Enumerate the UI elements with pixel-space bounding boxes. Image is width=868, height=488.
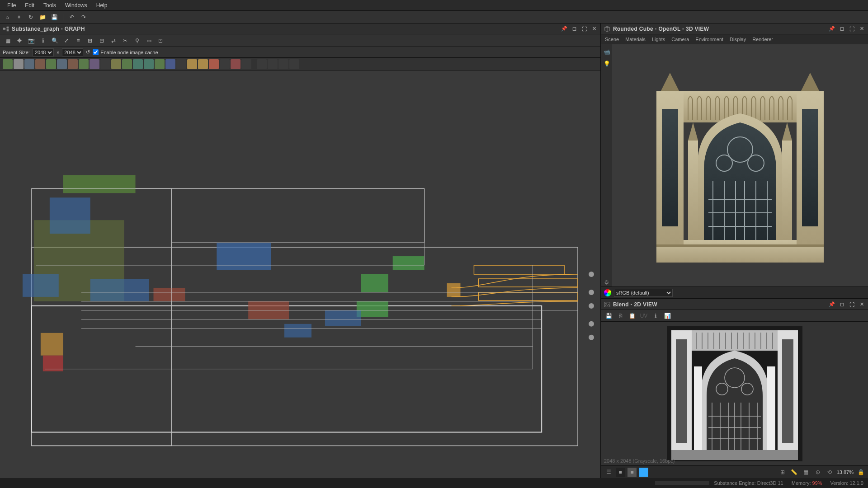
save-button[interactable]: 💾	[50, 13, 59, 22]
node-value[interactable]	[220, 59, 230, 69]
snap-tool[interactable]: ⊡	[156, 36, 165, 46]
copy-button[interactable]: 📋	[627, 311, 637, 320]
frame-tool[interactable]: ▭	[144, 36, 154, 46]
node-output[interactable]	[231, 59, 241, 69]
close-panel-button[interactable]: ✕	[858, 301, 865, 308]
tab-scene[interactable]: Scene	[605, 37, 619, 42]
cache-checkbox[interactable]	[93, 49, 99, 55]
fit-tool[interactable]: ⤢	[61, 36, 71, 46]
node-shape[interactable]	[165, 59, 175, 69]
view2d-body[interactable]: 2048 x 2048 (Grayscale, 16bpc)	[601, 322, 868, 465]
node-bitmap[interactable]	[198, 59, 208, 69]
node-pin[interactable]	[278, 59, 288, 69]
tab-display[interactable]: Display	[730, 37, 746, 42]
node-input[interactable]	[241, 59, 251, 69]
node-frame[interactable]	[268, 59, 278, 69]
cache-checkbox-label[interactable]: Enable node image cache	[93, 49, 158, 55]
undo-button[interactable]: ↶	[67, 13, 76, 22]
tab-renderer[interactable]: Renderer	[752, 37, 773, 42]
node-gradient[interactable]	[24, 59, 34, 69]
home-button[interactable]: ⌂	[3, 13, 12, 22]
node-channels[interactable]	[133, 59, 143, 69]
axis-icon-button[interactable]: ⯐	[603, 278, 611, 286]
menu-tools[interactable]: Tools	[39, 1, 61, 10]
tab-materials[interactable]: Materials	[625, 37, 646, 42]
refresh-button[interactable]: ↻	[26, 13, 35, 22]
node-tile[interactable]	[155, 59, 165, 69]
node-svg[interactable]	[187, 59, 197, 69]
tab-environment[interactable]: Environment	[695, 37, 723, 42]
dock-button[interactable]: ◻	[838, 301, 845, 308]
lock-button[interactable]: 🔒	[856, 468, 865, 477]
select-tool[interactable]: ▦	[3, 36, 13, 46]
dock-button[interactable]: ◻	[571, 25, 578, 33]
node-normal[interactable]	[122, 59, 132, 69]
node-hsl[interactable]	[111, 59, 121, 69]
histogram-button[interactable]: 📊	[663, 311, 672, 320]
close-panel-button[interactable]: ✕	[858, 25, 865, 33]
info-tool[interactable]: ℹ	[38, 36, 48, 46]
node-uniform-color[interactable]	[3, 59, 13, 69]
layers-button[interactable]: ☰	[604, 468, 613, 477]
parent-size-height-select[interactable]: 2048	[62, 48, 83, 56]
pin-button[interactable]: 📌	[828, 301, 835, 308]
node-warp[interactable]	[68, 59, 78, 69]
node-portal[interactable]	[289, 59, 299, 69]
maximize-button[interactable]: ⛶	[580, 25, 588, 33]
tile-button[interactable]: ▦	[802, 468, 811, 477]
export-button[interactable]: ⎘	[616, 311, 625, 320]
menu-edit[interactable]: Edit	[20, 1, 39, 10]
node-sharpen[interactable]	[90, 59, 99, 69]
info-button[interactable]: ℹ	[651, 311, 660, 320]
node-curve[interactable]	[46, 59, 56, 69]
center-button[interactable]: ⊙	[813, 468, 822, 477]
menu-help[interactable]: Help	[92, 1, 112, 10]
ruler-button[interactable]: 📏	[790, 468, 799, 477]
tab-camera[interactable]: Camera	[671, 37, 689, 42]
node-fx[interactable]	[209, 59, 219, 69]
view3d-viewport[interactable]	[612, 44, 868, 286]
menu-windows[interactable]: Windows	[61, 1, 92, 10]
channel-r-button[interactable]: ■	[616, 468, 625, 477]
reset-size-button[interactable]: ↺	[86, 49, 90, 55]
snapshot-tool[interactable]: 📷	[26, 36, 36, 46]
channel-b-button[interactable]: ■	[639, 468, 648, 477]
channel-g-button[interactable]: ■	[627, 468, 637, 477]
open-button[interactable]: 📁	[38, 13, 47, 22]
node-blur[interactable]	[79, 59, 89, 69]
node-shuffle[interactable]	[144, 59, 154, 69]
node-blend[interactable]	[14, 59, 24, 69]
redo-button[interactable]: ↷	[79, 13, 88, 22]
new-button[interactable]: ✧	[14, 13, 24, 22]
tab-lights[interactable]: Lights	[652, 37, 665, 42]
node-levels[interactable]	[35, 59, 45, 69]
menu-file[interactable]: File	[3, 1, 20, 10]
zoom-mode-button[interactable]: ⟲	[825, 468, 834, 477]
dock-button[interactable]: ◻	[838, 25, 845, 33]
camera-icon-button[interactable]: 📹	[603, 48, 611, 56]
grid-tool[interactable]: ⊞	[85, 36, 95, 46]
node-transform[interactable]	[57, 59, 67, 69]
pin-button[interactable]: 📌	[561, 25, 568, 33]
grid-button[interactable]: ⊞	[778, 468, 787, 477]
close-panel-button[interactable]: ✕	[590, 25, 598, 33]
break-tool[interactable]: ✂	[120, 36, 130, 46]
move-tool[interactable]: ✥	[14, 36, 24, 46]
pin-tool[interactable]: ⚲	[132, 36, 142, 46]
node-text[interactable]	[176, 59, 186, 69]
align-tool[interactable]: ≡	[73, 36, 83, 46]
zoom-tool[interactable]: 🔍	[50, 36, 60, 46]
save-image-button[interactable]: 💾	[604, 311, 613, 320]
parent-size-width-select[interactable]: 2048	[33, 48, 54, 56]
hierarchy-tool[interactable]: ⊟	[97, 36, 107, 46]
colorspace-select[interactable]: sRGB (default)	[614, 289, 673, 297]
light-icon-button[interactable]: 💡	[603, 60, 611, 68]
uv-toggle[interactable]: UV	[639, 311, 648, 320]
maximize-button[interactable]: ⛶	[848, 301, 855, 308]
link-tool[interactable]: ⇄	[108, 36, 118, 46]
node-grayscale[interactable]	[100, 59, 110, 69]
pin-button[interactable]: 📌	[828, 25, 835, 33]
node-comment[interactable]	[257, 59, 267, 69]
graph-canvas[interactable]	[0, 70, 600, 478]
maximize-button[interactable]: ⛶	[848, 25, 855, 33]
